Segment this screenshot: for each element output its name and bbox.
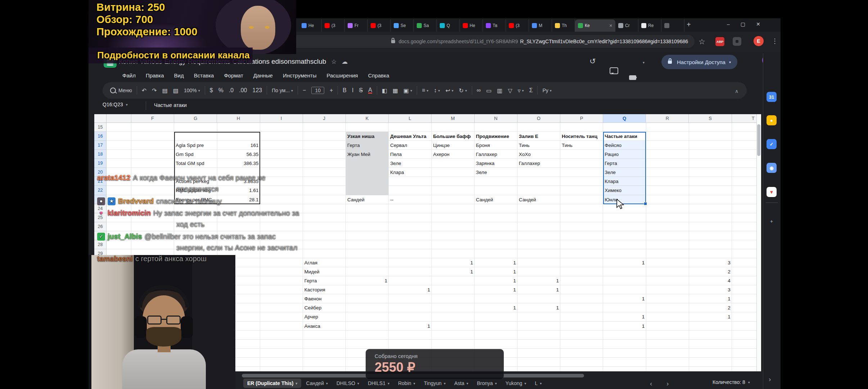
toolbar-create-filter[interactable]: ▽ — [505, 84, 515, 97]
maps-icon[interactable]: ▼ — [767, 187, 777, 197]
comments-icon[interactable] — [610, 67, 618, 74]
browser-tab[interactable]: Не — [460, 19, 483, 32]
get-addons-icon[interactable]: + — [767, 216, 777, 226]
tab-close-icon[interactable]: ✕ — [609, 23, 612, 28]
star-document-icon[interactable]: ☆ — [331, 58, 336, 66]
calendar-icon[interactable]: 31 — [767, 92, 777, 102]
vertical-scrollbar-thumb[interactable] — [757, 124, 760, 156]
toolbar-increase-font-size[interactable]: + — [327, 84, 335, 97]
grid-cell[interactable]: Залив E — [517, 132, 560, 141]
grid-cell[interactable]: Анакса — [303, 322, 346, 331]
toolbar-insert-comment[interactable]: ▭ — [484, 84, 494, 97]
browser-tab[interactable]: Q — [437, 19, 460, 32]
toolbar-merge-cells[interactable]: ▣▾ — [401, 84, 415, 97]
column-header[interactable]: M — [431, 114, 474, 123]
chevron-down-icon[interactable]: ▾ — [126, 103, 128, 107]
chevron-down-icon[interactable]: ▾ — [540, 381, 542, 385]
toolbar-bold[interactable]: B — [340, 84, 349, 97]
grid-cell[interactable]: Кастория — [303, 285, 346, 294]
toolbar-insert-link[interactable]: ∞ — [474, 84, 483, 97]
grid-cell[interactable]: Пела — [389, 150, 431, 159]
column-header[interactable]: I — [260, 114, 303, 123]
grid-cell[interactable]: 1 — [475, 276, 517, 285]
grid-cell[interactable]: 1 — [603, 312, 646, 321]
chevron-down-icon[interactable]: ▾ — [466, 381, 468, 385]
grid-cell[interactable]: Продвижение — [475, 132, 517, 141]
column-header[interactable]: J — [303, 114, 346, 123]
grid-cell[interactable]: 56.35 — [217, 150, 260, 159]
grid-cell[interactable]: Зеле — [475, 168, 517, 177]
toolbar-redo[interactable]: ↷ — [149, 84, 159, 97]
grid-cell[interactable]: 3 — [689, 258, 732, 267]
grid-cell[interactable]: Фаенон — [303, 294, 346, 303]
grid-cell[interactable]: -- — [389, 195, 431, 204]
grid-cell[interactable]: 4 — [689, 276, 732, 285]
sheet-tab[interactable]: DHILS1▾ — [364, 379, 393, 388]
browser-tab[interactable]: (3 — [368, 19, 391, 32]
grid-cell[interactable]: 1 — [517, 303, 560, 312]
menu-item[interactable]: Данные — [250, 71, 276, 80]
grid-cell[interactable]: 1 — [389, 322, 431, 331]
browser-tab[interactable] — [661, 19, 684, 32]
chevron-down-icon[interactable]: ▾ — [524, 381, 526, 385]
extensions-puzzle-icon[interactable] — [733, 37, 741, 46]
chevron-down-icon[interactable]: ▾ — [444, 381, 446, 385]
grid-cell[interactable]: Носитель танц — [560, 132, 603, 141]
toolbar-input-tools[interactable]: Ру▾ — [540, 84, 554, 97]
menu-item[interactable]: Вставка — [190, 71, 218, 80]
grid-cell[interactable]: Agla Spd pre — [174, 141, 217, 150]
toolbar-menus[interactable]: Меню — [108, 84, 135, 97]
browser-menu-kebab-icon[interactable]: ⋮ — [772, 37, 778, 45]
toolbar-vertical-align[interactable]: ↕▾ — [431, 84, 443, 97]
grid-cell[interactable]: Зеле — [603, 168, 646, 177]
close-button[interactable]: ✕ — [756, 21, 760, 27]
grid-cell[interactable]: 1 — [389, 285, 431, 294]
toolbar-borders[interactable]: ▦ — [390, 84, 401, 97]
grid-cell[interactable]: 2 — [689, 303, 732, 312]
menu-item[interactable]: Справка — [365, 71, 393, 80]
column-header[interactable]: N — [475, 114, 517, 123]
toolbar-text-wrap[interactable]: ↩▾ — [443, 84, 456, 97]
grid-cell[interactable]: Герта — [303, 276, 346, 285]
column-header[interactable]: F — [131, 114, 174, 123]
browser-tab[interactable]: (3 — [322, 19, 345, 32]
grid-cell[interactable]: Большие бафф — [431, 132, 474, 141]
browser-tab[interactable]: Fr — [345, 19, 368, 32]
row-header[interactable]: 17 — [94, 141, 107, 150]
grid-cell[interactable]: Броня — [475, 141, 517, 150]
grid-cell[interactable]: 2 — [689, 267, 732, 276]
column-header[interactable]: L — [389, 114, 431, 123]
sheet-tab[interactable]: Сандей▾ — [302, 379, 332, 388]
row-header[interactable]: 15 — [94, 123, 107, 132]
formula-bar-input[interactable]: Частые атаки — [154, 102, 187, 108]
grid-cell[interactable]: 161 — [217, 141, 260, 150]
browser-profile-avatar[interactable]: E — [754, 36, 764, 46]
menu-item[interactable]: Инструменты — [279, 71, 320, 80]
grid-cell[interactable]: Сейбер — [303, 303, 346, 312]
row-header[interactable]: 19 — [94, 159, 107, 168]
toolbar-paint-format[interactable]: ▧ — [171, 84, 181, 97]
grid-cell[interactable]: 386.35 — [217, 159, 260, 168]
toolbar-fill-color[interactable]: ◧ — [379, 84, 390, 97]
browser-tab[interactable]: Ке✕ — [575, 19, 615, 32]
grid-cell[interactable]: Фейсяо — [603, 141, 646, 150]
sheet-tab[interactable]: Bronya▾ — [473, 379, 501, 388]
grid-cell[interactable]: Тинь — [560, 141, 603, 150]
toolbar-undo[interactable]: ↶ — [139, 84, 149, 97]
browser-tab[interactable]: М — [529, 19, 552, 32]
sheet-tab[interactable]: DHILSO▾ — [333, 379, 363, 388]
browser-tab[interactable]: Тв — [483, 19, 506, 32]
menu-item[interactable]: Файл — [119, 71, 139, 80]
grid-cell[interactable]: Сандей — [517, 195, 560, 204]
grid-cell[interactable]: Цинцзе — [431, 141, 474, 150]
adblock-extension-icon[interactable]: ABP — [715, 37, 724, 46]
menu-item[interactable]: Формат — [220, 71, 247, 80]
toolbar-collapse-icon[interactable]: ∧ — [735, 88, 738, 94]
menu-item[interactable]: Расширения — [323, 71, 362, 80]
chevron-down-icon[interactable]: ▾ — [326, 381, 328, 385]
grid-cell[interactable]: 1 — [431, 267, 474, 276]
grid-cell[interactable]: 1 — [689, 294, 732, 303]
toolbar-increase-decimal[interactable]: .00 — [236, 84, 249, 97]
toolbar-strikethrough[interactable]: S — [356, 84, 365, 97]
browser-tab[interactable]: Re — [638, 19, 661, 32]
